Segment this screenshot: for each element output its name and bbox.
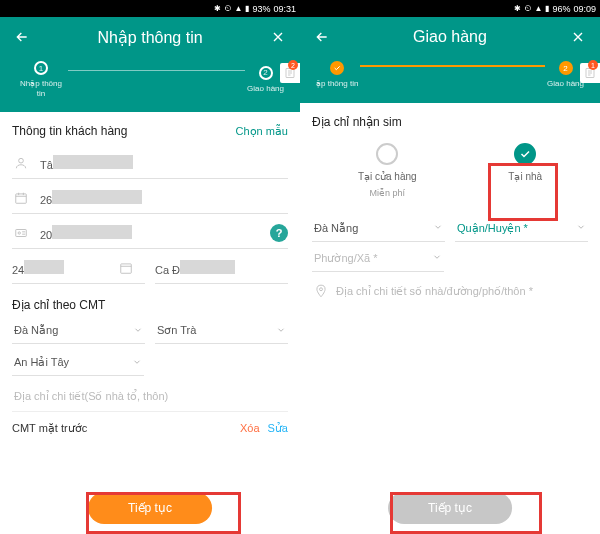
- status-bar: ✱ ⏲ ▲ ▮ 96% 09:09: [300, 0, 600, 17]
- screen-info: ✱ ⏲ ▲ ▮ 93% 09:31 Nhập thông tin 2 1 Nhậ…: [0, 0, 300, 534]
- wifi-icon: ▲: [535, 4, 543, 13]
- clock: 09:31: [273, 4, 296, 14]
- help-icon[interactable]: ?: [270, 224, 288, 242]
- svg-rect-5: [121, 264, 132, 273]
- radio-selected: [514, 143, 536, 165]
- edit-link[interactable]: Sửa: [268, 422, 288, 434]
- date-field[interactable]: 26: [12, 183, 288, 214]
- svg-point-7: [320, 287, 323, 290]
- step-dot-check: [330, 61, 344, 75]
- screen-delivery: ✱ ⏲ ▲ ▮ 96% 09:09 Giao hàng 1 ập thông t…: [300, 0, 600, 534]
- signal-icon: ▮: [545, 4, 549, 13]
- vibrate-icon: ✱: [214, 4, 221, 13]
- continue-button[interactable]: Tiếp tục: [388, 492, 512, 524]
- vibrate-icon: ✱: [514, 4, 521, 13]
- person-icon: [12, 154, 30, 172]
- page-title: Giao hàng: [332, 28, 568, 46]
- close-icon[interactable]: [568, 27, 588, 47]
- sheet-badge: 2: [288, 60, 298, 70]
- page-title: Nhập thông tin: [32, 28, 268, 47]
- calendar-icon: [117, 259, 135, 277]
- choose-template-link[interactable]: Chọn mẫu: [235, 125, 288, 138]
- city-dropdown[interactable]: Đà Nẵng: [12, 318, 145, 344]
- ward-dropdown[interactable]: Phường/Xã *: [312, 246, 444, 272]
- name-field[interactable]: Tâ: [12, 148, 288, 179]
- step-1: ập thông tin: [316, 61, 358, 89]
- content: Địa chỉ nhận sim Tại cửa hàng Miễn phí T…: [300, 103, 600, 534]
- cmt-address-title: Địa chỉ theo CMT: [12, 298, 288, 312]
- step-1: 1 Nhập thông tin: [16, 61, 66, 98]
- svg-rect-2: [16, 194, 27, 203]
- svg-rect-3: [16, 230, 27, 237]
- redacted: [52, 225, 132, 239]
- status-bar: ✱ ⏲ ▲ ▮ 93% 09:31: [0, 0, 300, 17]
- svg-point-1: [19, 159, 24, 164]
- battery-pct: 93%: [252, 4, 270, 14]
- stepper: 1 Nhập thông tin 2 Giao hàng: [12, 61, 288, 98]
- back-icon[interactable]: [12, 27, 32, 47]
- close-icon[interactable]: [268, 27, 288, 47]
- issuer-field[interactable]: Ca Đ: [155, 253, 288, 284]
- address-detail-input[interactable]: Địa chỉ chi tiết số nhà/đường/phố/thôn *: [312, 276, 588, 308]
- sheet-badge: 1: [588, 60, 598, 70]
- section-title: Địa chỉ nhận sim: [312, 115, 588, 129]
- cmt-front-label: CMT mặt trước: [12, 422, 87, 435]
- redacted: [180, 260, 235, 274]
- redacted: [24, 260, 64, 274]
- step-dot-2: 2: [559, 61, 573, 75]
- redacted: [52, 190, 142, 204]
- battery-pct: 96%: [552, 4, 570, 14]
- stepper: ập thông tin 2 Giao hàng: [312, 61, 588, 89]
- header: Nhập thông tin 2 1 Nhập thông tin 2 Giao…: [0, 17, 300, 112]
- id-field[interactable]: 20 ?: [12, 218, 288, 249]
- signal-icon: ▮: [245, 4, 249, 13]
- step-dot-1: 1: [34, 61, 48, 75]
- redacted: [53, 155, 133, 169]
- continue-button[interactable]: Tiếp tục: [88, 492, 212, 524]
- district-dropdown[interactable]: Quận/Huyện *: [455, 216, 588, 242]
- wifi-icon: ▲: [235, 4, 243, 13]
- option-home[interactable]: Tại nhà: [508, 143, 542, 198]
- content: Thông tin khách hàng Chọn mẫu Tâ 26 20 ?…: [0, 112, 300, 534]
- ward-dropdown[interactable]: An Hải Tây: [12, 350, 144, 376]
- location-pin-icon: [314, 284, 328, 300]
- date2-field[interactable]: 24: [12, 253, 145, 284]
- clock: 09:09: [573, 4, 596, 14]
- step-line: [360, 65, 545, 67]
- alarm-icon: ⏲: [224, 4, 232, 13]
- step-2: 2 Giao hàng: [247, 66, 284, 94]
- radio-unselected: [376, 143, 398, 165]
- address-detail-input[interactable]: Địa chỉ chi tiết(Số nhà tổ, thôn): [12, 382, 288, 412]
- option-store[interactable]: Tại cửa hàng Miễn phí: [358, 143, 417, 198]
- step-line: [68, 70, 245, 72]
- step-dot-2: 2: [259, 66, 273, 80]
- svg-point-4: [18, 232, 20, 234]
- calendar-icon: [12, 189, 30, 207]
- header: Giao hàng 1 ập thông tin 2 Giao hàng: [300, 17, 600, 103]
- step-2: 2 Giao hàng: [547, 61, 584, 89]
- alarm-icon: ⏲: [524, 4, 532, 13]
- section-title: Thông tin khách hàng: [12, 124, 127, 138]
- id-card-icon: [12, 224, 30, 242]
- delete-link[interactable]: Xóa: [240, 422, 260, 434]
- back-icon[interactable]: [312, 27, 332, 47]
- district-dropdown[interactable]: Sơn Trà: [155, 318, 288, 344]
- city-dropdown[interactable]: Đà Nẵng: [312, 216, 445, 242]
